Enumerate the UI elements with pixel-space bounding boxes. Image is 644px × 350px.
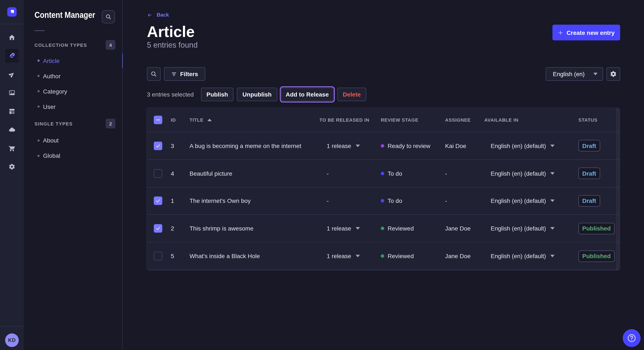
table-row: 3 A bug is becoming a meme on the intern…	[147, 132, 620, 160]
search-icon	[150, 71, 157, 77]
single-types-label: SINGLE TYPES	[34, 121, 72, 126]
selected-count: 3 entries selected	[147, 91, 194, 98]
nav-content-manager-button[interactable]	[5, 49, 19, 62]
rail-divider-top	[0, 24, 24, 24]
column-header-title[interactable]: TITLE	[190, 117, 320, 123]
strapi-logo[interactable]	[7, 7, 16, 16]
main-content: Back Article 5 entries found Create new …	[123, 0, 644, 350]
cell-review-stage: To do	[381, 197, 445, 204]
cell-title: What's inside a Black Hole	[190, 253, 320, 259]
cell-status: Published	[578, 250, 620, 262]
cell-assignee: Jane Doe	[445, 253, 484, 259]
delete-button[interactable]: Delete	[337, 88, 366, 101]
cell-id: 3	[171, 143, 190, 149]
create-entry-button[interactable]: Create new entry	[552, 25, 620, 40]
chevron-down-icon	[356, 145, 360, 147]
cell-available-in[interactable]: English (en) (default)	[484, 197, 578, 204]
sidebar-item-global[interactable]: Global	[24, 148, 122, 163]
table-search-button[interactable]	[147, 67, 160, 81]
column-header-status[interactable]: STATUS	[578, 117, 620, 123]
cell-release[interactable]: 1 release	[320, 253, 381, 259]
status-badge: Draft	[578, 168, 600, 179]
layout-icon	[8, 108, 15, 115]
user-avatar[interactable]: KD	[5, 334, 19, 347]
row-checkbox[interactable]	[154, 142, 162, 150]
cell-available-in[interactable]: English (en) (default)	[484, 253, 578, 259]
cell-review-stage: Reviewed	[381, 225, 445, 232]
question-mark-icon	[627, 333, 636, 343]
table-row: 4 Beautiful picture - To do - English (e…	[147, 160, 620, 187]
nav-deploy-button[interactable]	[5, 123, 19, 137]
nav-media-library-button[interactable]	[5, 86, 19, 100]
home-icon	[8, 34, 15, 41]
feather-pen-icon	[8, 52, 15, 59]
view-settings-button[interactable]	[606, 67, 620, 81]
help-button[interactable]	[623, 329, 640, 347]
filter-icon	[171, 71, 177, 77]
column-header-id[interactable]: ID	[171, 117, 190, 123]
row-checkbox[interactable]	[154, 252, 162, 260]
sidebar-item-user[interactable]: User	[24, 99, 122, 114]
nav-home-button[interactable]	[5, 31, 19, 44]
column-header-available-in[interactable]: AVAILABLE IN	[484, 117, 578, 123]
cell-release[interactable]: 1 release	[320, 143, 381, 149]
cell-assignee: -	[445, 170, 484, 177]
publish-button[interactable]: Publish	[201, 88, 234, 101]
sidebar-item-article[interactable]: Article	[24, 53, 122, 68]
plus-icon	[558, 30, 563, 35]
back-link[interactable]: Back	[147, 12, 169, 18]
column-header-review-stage[interactable]: REVIEW STAGE	[381, 117, 445, 123]
sidebar-item-author[interactable]: Author	[24, 68, 122, 84]
cell-id: 2	[171, 225, 190, 232]
chevron-down-icon	[356, 227, 360, 230]
locale-select[interactable]: English (en)	[546, 67, 603, 81]
stage-dot-icon	[381, 254, 384, 258]
column-header-release[interactable]: TO BE RELEASED IN	[320, 117, 381, 123]
status-badge: Published	[578, 223, 614, 234]
nav-content-type-builder-button[interactable]	[5, 104, 19, 118]
cell-title: This shrimp is awesome	[190, 225, 320, 232]
cloud-icon	[8, 126, 15, 133]
column-header-assignee[interactable]: ASSIGNEE	[445, 117, 484, 123]
stage-dot-icon	[381, 227, 384, 230]
row-checkbox[interactable]	[154, 169, 162, 177]
collection-types-count: 4	[106, 40, 116, 50]
content-manager-subnav: Content Manager COLLECTION TYPES 4 Artic…	[24, 0, 123, 350]
cell-available-in[interactable]: English (en) (default)	[484, 225, 578, 232]
nav-releases-button[interactable]	[5, 67, 19, 81]
table-scrollbar[interactable]	[616, 108, 620, 270]
entries-table: ID TITLE TO BE RELEASED IN REVIEW STAGE …	[147, 108, 620, 270]
nav-marketplace-button[interactable]	[5, 141, 19, 155]
sidebar-item-about[interactable]: About	[24, 133, 122, 148]
cell-id: 1	[171, 197, 190, 204]
add-to-release-button[interactable]: Add to Release	[281, 88, 333, 101]
indeterminate-dash-icon	[156, 117, 160, 123]
filters-button[interactable]: Filters	[164, 67, 205, 81]
cell-available-in[interactable]: English (en) (default)	[484, 143, 578, 149]
cell-status: Draft	[578, 140, 620, 152]
table-row: 2 This shrimp is awesome 1 release Revie…	[147, 215, 620, 243]
cell-title: A bug is becoming a meme on the internet	[190, 143, 320, 149]
select-all-checkbox[interactable]	[154, 116, 162, 124]
cell-available-in[interactable]: English (en) (default)	[484, 170, 578, 177]
shopping-cart-icon	[8, 145, 15, 152]
arrow-left-icon	[147, 12, 152, 18]
status-badge: Draft	[578, 140, 600, 152]
table-row: 1 The internet's Own boy - To do - Engli…	[147, 187, 620, 215]
subnav-search-button[interactable]	[102, 10, 115, 23]
row-checkbox[interactable]	[154, 197, 162, 205]
cell-release: -	[320, 197, 381, 204]
rail-divider-bottom	[0, 326, 24, 327]
single-types-list: About Global	[24, 133, 122, 163]
unpublish-button[interactable]: Unpublish	[237, 88, 277, 101]
cell-title: Beautiful picture	[190, 170, 320, 177]
sidebar-item-category[interactable]: Category	[24, 84, 122, 99]
row-checkbox[interactable]	[154, 224, 162, 233]
cell-status: Draft	[578, 168, 620, 179]
subnav-divider	[34, 30, 45, 31]
chevron-down-icon	[550, 227, 554, 230]
bullet-icon	[38, 90, 40, 92]
nav-settings-button[interactable]	[5, 160, 19, 174]
entries-count: 5 entries found	[147, 41, 198, 50]
cell-release[interactable]: 1 release	[320, 225, 381, 232]
